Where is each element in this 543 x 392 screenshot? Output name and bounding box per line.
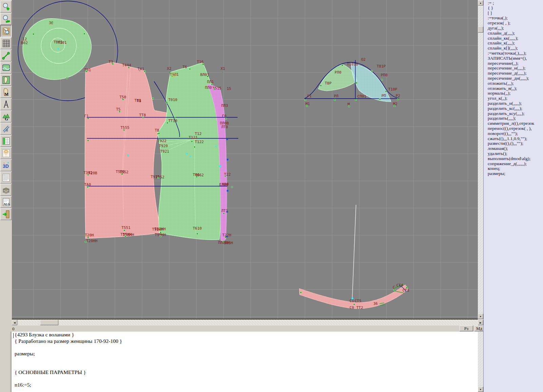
point-marker[interactable] <box>142 117 144 118</box>
point-marker[interactable] <box>33 33 34 35</box>
point-marker[interactable] <box>194 146 195 148</box>
piece-frame-button[interactable] <box>0 74 12 86</box>
point-marker[interactable] <box>226 138 228 140</box>
point-marker[interactable] <box>160 235 162 237</box>
command-item[interactable]: сплайн_д(,,,,); <box>488 31 543 36</box>
command-item[interactable]: :=точка(,); <box>488 16 543 21</box>
editor-line[interactable] <box>12 344 478 351</box>
point-marker[interactable] <box>167 122 168 124</box>
command-item[interactable]: ломаная(); <box>488 146 543 151</box>
canvas-hscroll-thumb[interactable] <box>40 320 58 325</box>
point-marker[interactable] <box>157 177 159 179</box>
point-marker[interactable] <box>348 105 350 107</box>
point-marker[interactable] <box>215 145 217 147</box>
point-marker[interactable] <box>166 102 168 103</box>
command-item[interactable]: ЗАПИСАТЬ(имя=(), <box>488 56 543 61</box>
point-marker[interactable] <box>119 111 120 113</box>
point-marker[interactable] <box>66 77 68 79</box>
command-item[interactable]: пересечение(,,); <box>488 61 543 66</box>
command-item[interactable]: сплайн_к[](,,,,); <box>488 46 543 51</box>
command-item[interactable]: симметрия_л((),отрезок <box>488 121 543 126</box>
command-item[interactable]: разделить_кс(,,,,); <box>488 106 543 111</box>
point-marker[interactable] <box>186 153 188 155</box>
command-item[interactable]: пересечение_дн(,,,,,); <box>488 76 543 81</box>
point-marker[interactable] <box>356 82 357 84</box>
point-marker[interactable] <box>300 292 302 293</box>
point-marker[interactable] <box>87 237 89 238</box>
point-marker[interactable] <box>128 67 130 68</box>
point-marker[interactable] <box>219 165 221 167</box>
command-item[interactable]: сплайн_кк(,,,,,); <box>488 36 543 41</box>
point-marker[interactable] <box>83 33 85 35</box>
canvas-vscrollbar[interactable] <box>478 0 483 319</box>
point-marker[interactable] <box>355 99 357 101</box>
drawing-canvas[interactable]: 3212В02ТВ01Т301Т01Т3Т444Т41Х2Т8Ш1Т6Т16Х1… <box>12 0 478 319</box>
command-item[interactable]: перенос((),отрезок( , ), <box>488 126 543 131</box>
command-item[interactable]: отрезок( , ); <box>488 21 543 26</box>
algorithm-editor[interactable]: {4293 Блузка с воланами }{ Разработано н… <box>11 332 478 392</box>
point-marker[interactable] <box>87 174 89 176</box>
ruler-8-button[interactable]: 8 <box>0 123 12 135</box>
point-marker[interactable] <box>202 63 204 65</box>
point-marker[interactable] <box>371 70 373 72</box>
editor-line[interactable]: {4293 Блузка с воланами } <box>12 332 478 338</box>
point-marker[interactable] <box>196 233 198 235</box>
point-marker[interactable] <box>51 22 53 23</box>
canvas-scroll-down-button[interactable]: ▼ <box>478 314 483 319</box>
piece-m-button[interactable]: M <box>0 86 12 98</box>
rz-button[interactable]: Рз <box>460 326 473 331</box>
point-marker[interactable] <box>152 98 154 99</box>
editor-line[interactable]: { ОСНОВНЫЕ ПАРАМЕТРЫ } <box>12 369 478 376</box>
point-marker[interactable] <box>352 298 353 299</box>
point-marker[interactable] <box>127 155 129 156</box>
point-marker[interactable] <box>112 63 114 65</box>
point-marker[interactable] <box>223 213 225 214</box>
canvas-vscroll-thumb[interactable] <box>478 26 483 33</box>
model-photo-button[interactable] <box>0 147 12 159</box>
command-item[interactable]: конец; <box>488 166 543 171</box>
command-item[interactable]: угол_к(,,); <box>488 96 543 101</box>
command-item[interactable]: :=метка(точка(,),,,,); <box>488 51 543 56</box>
zoom-out-button[interactable] <box>0 13 12 25</box>
command-item[interactable]: сопряжение_д(,,,,,,); <box>488 161 543 166</box>
point-marker[interactable] <box>122 99 124 100</box>
books-button[interactable] <box>0 184 12 196</box>
point-marker[interactable] <box>121 173 123 175</box>
point-marker[interactable] <box>406 287 408 289</box>
command-item[interactable]: разделить(,,,,); <box>488 116 543 121</box>
point-marker[interactable] <box>385 91 387 92</box>
point-marker[interactable] <box>393 289 395 291</box>
size-table-button[interactable] <box>0 135 12 147</box>
point-marker[interactable] <box>123 129 125 131</box>
point-marker[interactable]: ✕ <box>169 71 171 74</box>
point-marker[interactable] <box>57 48 59 50</box>
canvas-scroll-up-button[interactable]: ▲ <box>478 0 483 5</box>
point-marker[interactable] <box>172 73 176 77</box>
point-marker[interactable]: ✕ <box>139 70 142 72</box>
point-marker[interactable] <box>304 99 306 101</box>
exit-button[interactable] <box>0 208 12 220</box>
command-item[interactable]: разделить_ксу(,,,,); <box>488 111 543 116</box>
point-marker[interactable] <box>224 175 226 177</box>
piece-preview-button[interactable] <box>0 25 12 37</box>
command-item[interactable]: пересечение_д(,,,,,); <box>488 71 543 76</box>
canvas-scroll-right-button[interactable]: ▶ <box>478 320 483 325</box>
alg-document-button[interactable]: ALG <box>0 196 12 208</box>
point-marker[interactable] <box>341 64 343 66</box>
canvas-scroll-left-button[interactable]: ◀ <box>12 320 17 325</box>
point-marker[interactable] <box>306 105 308 107</box>
point-marker[interactable] <box>87 118 89 119</box>
graph-g-button[interactable]: G <box>0 111 12 122</box>
editor-scroll-down-button[interactable]: ▼ <box>478 387 483 392</box>
point-marker[interactable] <box>190 156 191 157</box>
point-marker[interactable] <box>125 235 126 237</box>
command-item[interactable]: развести((),(),,,""); <box>488 141 543 146</box>
point-marker[interactable] <box>144 71 146 72</box>
point-marker[interactable] <box>397 98 399 100</box>
point-marker[interactable] <box>226 211 228 213</box>
point-marker[interactable] <box>196 176 198 178</box>
command-item[interactable]: сжать((),,,1.1,0.9,""); <box>488 136 543 141</box>
command-item[interactable]: := ; <box>488 1 543 6</box>
editor-line[interactable]: { Разработано на размер женщины 170-92-1… <box>12 338 478 345</box>
point-marker[interactable] <box>226 236 228 237</box>
